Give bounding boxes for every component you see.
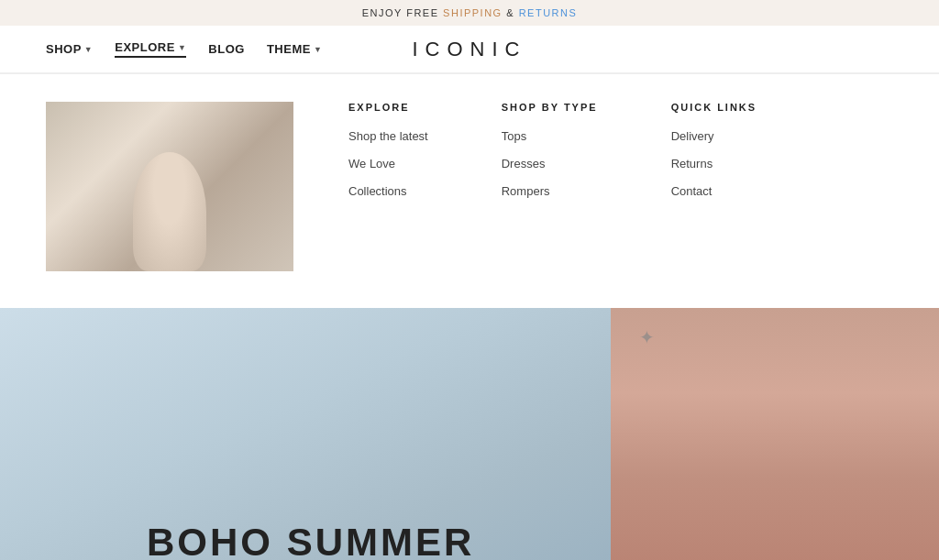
list-item: Dresses xyxy=(502,155,598,171)
nav-theme-chevron: ▼ xyxy=(314,45,322,54)
dropdown-columns: EXPLORE Shop the latest We Love Collecti… xyxy=(348,102,757,210)
quick-link-contact[interactable]: Contact xyxy=(671,184,713,198)
nav-shop-label: SHOP xyxy=(46,42,82,56)
explore-link-shop-latest[interactable]: Shop the latest xyxy=(348,129,428,143)
nav-shop-chevron: ▼ xyxy=(84,45,93,54)
nav-theme[interactable]: THEME ▼ xyxy=(267,42,322,56)
type-link-tops[interactable]: Tops xyxy=(502,129,526,143)
banner-separator: & xyxy=(503,7,519,18)
hero-section: ✦ BOHO SUMMER xyxy=(0,308,939,560)
list-item: Collections xyxy=(348,182,428,199)
site-logo[interactable]: ICONIC xyxy=(413,38,527,61)
hero-bg-right xyxy=(611,308,939,560)
list-item: Contact xyxy=(671,182,757,199)
list-item: Tops xyxy=(502,127,598,144)
dropdown-col-explore: EXPLORE Shop the latest We Love Collecti… xyxy=(348,102,428,210)
dropdown-explore-list: Shop the latest We Love Collections xyxy=(348,127,428,199)
hero-decoration-icon: ✦ xyxy=(639,326,655,348)
list-item: Rompers xyxy=(502,182,598,199)
list-item: Shop the latest xyxy=(348,127,428,144)
dropdown-col-quick-links: QUICK LINKS Delivery Returns Contact xyxy=(671,102,757,210)
type-link-dresses[interactable]: Dresses xyxy=(502,157,546,170)
woman-silhouette xyxy=(46,102,293,271)
nav-explore-chevron: ▼ xyxy=(178,43,186,52)
type-link-rompers[interactable]: Rompers xyxy=(502,184,550,198)
nav-explore[interactable]: EXPLORE ▼ xyxy=(115,40,186,58)
quick-link-returns[interactable]: Returns xyxy=(671,157,713,170)
quick-link-delivery[interactable]: Delivery xyxy=(671,129,714,143)
list-item: We Love xyxy=(348,155,428,171)
nav-blog-label: BLOG xyxy=(208,42,245,56)
hero-title: BOHO SUMMER xyxy=(147,521,474,560)
dropdown-shop-type-heading: SHOP BY TYPE xyxy=(502,102,598,113)
header: SHOP ▼ EXPLORE ▼ BLOG THEME ▼ ICONIC xyxy=(0,26,939,73)
top-banner: ENJOY FREE SHIPPING & RETURNS xyxy=(0,0,939,26)
nav-explore-label: EXPLORE xyxy=(115,40,175,54)
list-item: Returns xyxy=(671,155,757,171)
dropdown-quick-links-list: Delivery Returns Contact xyxy=(671,127,757,199)
banner-prefix: ENJOY FREE xyxy=(362,7,443,18)
explore-link-collections[interactable]: Collections xyxy=(348,184,407,198)
explore-dropdown: EXPLORE Shop the latest We Love Collecti… xyxy=(0,73,939,308)
dropdown-quick-links-heading: QUICK LINKS xyxy=(671,102,757,113)
dropdown-explore-heading: EXPLORE xyxy=(348,102,428,113)
dropdown-image-inner xyxy=(46,102,293,271)
nav-blog[interactable]: BLOG xyxy=(208,42,245,56)
main-nav: SHOP ▼ EXPLORE ▼ BLOG THEME ▼ xyxy=(46,40,322,58)
banner-shipping: SHIPPING xyxy=(443,7,503,18)
dropdown-shop-type-list: Tops Dresses Rompers xyxy=(502,127,598,199)
list-item: Delivery xyxy=(671,127,757,144)
hero-text-container: BOHO SUMMER xyxy=(147,521,474,560)
explore-link-we-love[interactable]: We Love xyxy=(348,157,395,170)
dropdown-col-shop-by-type: SHOP BY TYPE Tops Dresses Rompers xyxy=(502,102,598,210)
nav-theme-label: THEME xyxy=(267,42,311,56)
banner-returns: RETURNS xyxy=(519,7,578,18)
dropdown-promo-image xyxy=(46,102,293,271)
nav-shop[interactable]: SHOP ▼ xyxy=(46,42,93,56)
